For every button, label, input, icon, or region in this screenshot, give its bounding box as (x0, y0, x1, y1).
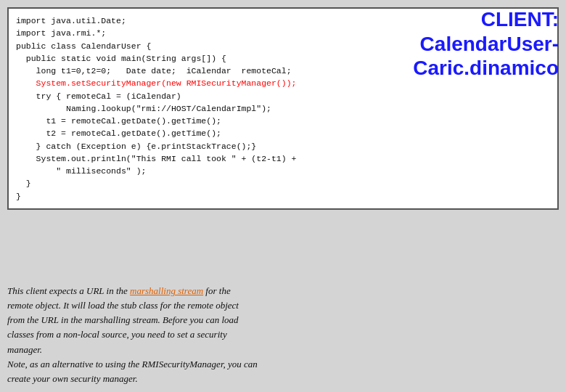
desc-highlight-marshalling: marshalling stream (130, 285, 203, 296)
desc-text-stub: the stub (107, 300, 136, 311)
slide-container: CLIENT:CalendarUser-Caric.dinamico impor… (0, 0, 566, 392)
code-line-11: } catch (Exception e) {e.printStackTrace… (16, 140, 550, 152)
desc-text-the1: the (70, 314, 82, 325)
code-line-15: } (16, 190, 550, 203)
code-line-14: } (16, 177, 550, 189)
code-line-12: System.out.println("This RMI call took "… (16, 152, 550, 165)
client-label: CLIENT:CalendarUser-Caric.dinamico (413, 7, 559, 81)
code-line-8: Naming.lookup("rmi://HOST/CalendarImpl")… (16, 102, 550, 115)
code-line-7: try { remoteCal = (iCalendar) (16, 90, 550, 102)
desc-text-1: This client expects a URL in the (7, 285, 130, 296)
description-area: This client expects a URL in the marshal… (7, 284, 559, 386)
code-line-9: t1 = remoteCal.getDate().getTime(); (16, 115, 550, 127)
code-line-13: " milliseconds" ); (16, 165, 550, 177)
code-line-10: t2 = remoteCal.getDate().getTime(); (16, 127, 550, 139)
